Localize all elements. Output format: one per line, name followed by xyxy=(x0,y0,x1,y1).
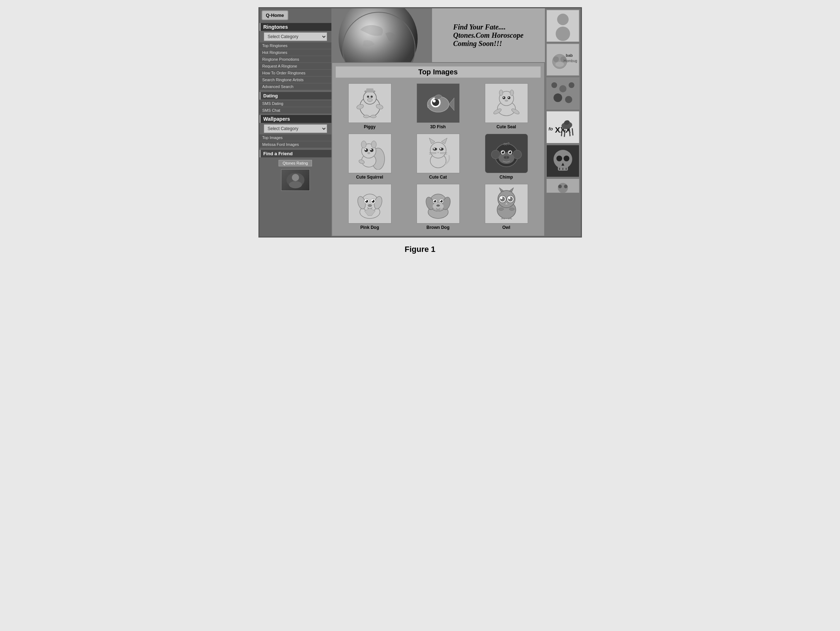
header-banner: Find Your Fate.... Qtones.com Horoscope … xyxy=(332,8,545,62)
horoscope-text-block: Find Your Fate.... Qtones.com Horoscope … xyxy=(453,23,524,48)
svg-point-48 xyxy=(439,148,444,151)
horoscope-line2: Qtones.com Horoscope xyxy=(453,31,524,39)
home-button[interactable]: Q-Home xyxy=(262,10,289,20)
svg-line-135 xyxy=(572,128,573,136)
sidebar-item-how-to-order[interactable]: How To Order Ringtones xyxy=(259,70,332,76)
image-thumb-piggy[interactable] xyxy=(348,84,392,123)
list-item[interactable]: Pink Dog xyxy=(338,184,402,230)
svg-point-49 xyxy=(433,148,435,150)
sidebar-item-sms-dating[interactable]: SMS Dating xyxy=(259,100,332,107)
list-item[interactable]: Cute Squirrel xyxy=(338,134,402,180)
sidebar-item-top-images[interactable]: Top Images xyxy=(259,134,332,141)
horoscope-line1: Find Your Fate.... xyxy=(453,23,524,31)
top-images-title: Top Images xyxy=(336,66,541,77)
image-thumb-squirrel[interactable] xyxy=(348,134,392,173)
svg-point-11 xyxy=(367,98,373,102)
image-label-piggy: Piggy xyxy=(364,124,376,129)
image-thumb-cat[interactable] xyxy=(417,134,460,173)
right-sidebar: bab Hombug f xyxy=(545,8,581,237)
images-grid: Piggy xyxy=(336,81,541,232)
horoscope-line3: Coming Soon!!! xyxy=(453,39,524,48)
svg-point-35 xyxy=(361,141,366,148)
svg-rect-8 xyxy=(366,88,373,92)
image-label-squirrel: Cute Squirrel xyxy=(356,175,383,180)
wallpapers-category-dropdown[interactable]: Select Category xyxy=(264,124,327,133)
image-label-owl: Owl xyxy=(502,225,510,230)
svg-point-113 xyxy=(556,27,570,41)
svg-point-41 xyxy=(367,152,370,154)
svg-point-37 xyxy=(365,148,368,152)
right-ad-bottom[interactable] xyxy=(546,178,579,193)
svg-point-39 xyxy=(365,149,366,150)
ringtones-section-title: Ringtones xyxy=(259,23,332,31)
right-ad-dots[interactable] xyxy=(546,77,579,110)
ringtones-category-dropdown[interactable]: Select Category xyxy=(264,32,327,41)
center-content: Find Your Fate.... Qtones.com Horoscope … xyxy=(332,8,545,237)
svg-point-1 xyxy=(292,174,299,181)
svg-point-6 xyxy=(363,91,376,104)
list-item[interactable]: Brown Dog xyxy=(406,184,470,230)
qtones-rating-button[interactable]: Qtones Rating xyxy=(279,160,312,166)
svg-point-79 xyxy=(372,200,373,201)
image-thumb-chimp[interactable]: oo? xyxy=(485,134,528,173)
figure-caption: Figure 1 xyxy=(405,245,436,254)
svg-text:bab: bab xyxy=(566,53,573,57)
right-ad-hombug[interactable]: bab Hombug xyxy=(546,44,579,76)
list-item[interactable]: Owl xyxy=(474,184,538,230)
image-thumb-pink-dog[interactable] xyxy=(348,184,392,224)
sidebar-item-ringtone-promotions[interactable]: Ringtone Promotions xyxy=(259,56,332,63)
svg-point-15 xyxy=(371,115,376,118)
svg-point-28 xyxy=(508,97,509,98)
svg-point-90 xyxy=(433,200,434,201)
svg-point-140 xyxy=(564,156,569,161)
svg-marker-46 xyxy=(441,138,447,144)
svg-point-18 xyxy=(432,99,439,106)
svg-point-118 xyxy=(555,62,564,67)
sidebar-item-advanced-search[interactable]: Advanced Search xyxy=(259,84,332,90)
sidebar-item-top-ringtones[interactable]: Top Ringtones xyxy=(259,43,332,49)
svg-point-92 xyxy=(436,205,440,207)
svg-point-112 xyxy=(557,14,568,25)
image-thumb-owl[interactable] xyxy=(485,184,528,224)
sidebar-item-search-artists[interactable]: Search Ringtone Artists xyxy=(259,77,332,83)
svg-point-139 xyxy=(556,156,562,161)
svg-point-148 xyxy=(564,185,568,188)
main-layout: Q-Home Ringtones Select Category Top Rin… xyxy=(259,8,581,237)
sidebar-bottom: Qtones Rating xyxy=(259,159,332,191)
sidebar-item-melissa-ford[interactable]: Melissa Ford Images xyxy=(259,141,332,148)
list-item[interactable]: Cute Seal xyxy=(474,84,538,129)
svg-point-9 xyxy=(367,96,369,98)
svg-marker-45 xyxy=(429,138,435,144)
right-ad-baby[interactable] xyxy=(546,10,579,42)
image-label-fish: 3D Fish xyxy=(430,124,446,129)
sidebar-item-sms-chat[interactable]: SMS Chat xyxy=(259,107,332,114)
svg-text:fo: fo xyxy=(548,126,553,131)
list-item[interactable]: oo? Chimp xyxy=(474,134,538,180)
svg-point-2 xyxy=(289,181,302,188)
list-item[interactable]: 3D Fish xyxy=(406,84,470,129)
sidebar-avatar xyxy=(281,169,310,191)
svg-point-125 xyxy=(554,93,562,102)
svg-point-93 xyxy=(436,209,440,211)
sidebar-item-request-ringtone[interactable]: Request A Ringtone xyxy=(259,63,332,69)
svg-point-116 xyxy=(553,57,559,62)
svg-marker-97 xyxy=(509,188,514,192)
svg-marker-96 xyxy=(499,188,504,192)
svg-point-19 xyxy=(433,99,436,103)
svg-point-14 xyxy=(363,115,369,118)
image-label-brown-dog: Brown Dog xyxy=(427,225,450,230)
right-ad-skull[interactable] xyxy=(546,145,579,177)
svg-point-36 xyxy=(371,141,376,148)
sidebar-item-hot-ringtones[interactable]: Hot Ringtones xyxy=(259,49,332,56)
image-thumb-brown-dog[interactable] xyxy=(417,184,460,224)
list-item[interactable]: Piggy xyxy=(338,84,402,129)
image-thumb-seal[interactable] xyxy=(485,84,528,123)
svg-line-134 xyxy=(569,129,570,136)
svg-line-132 xyxy=(561,129,562,136)
right-ad-foxxx[interactable]: fo XXX xyxy=(546,111,579,144)
image-thumb-fish[interactable] xyxy=(417,84,460,123)
dating-section-title: Dating xyxy=(259,92,332,99)
list-item[interactable]: Cute Cat xyxy=(406,134,470,180)
svg-point-78 xyxy=(365,200,366,201)
wallpapers-section-title: Wallpapers xyxy=(259,115,332,123)
